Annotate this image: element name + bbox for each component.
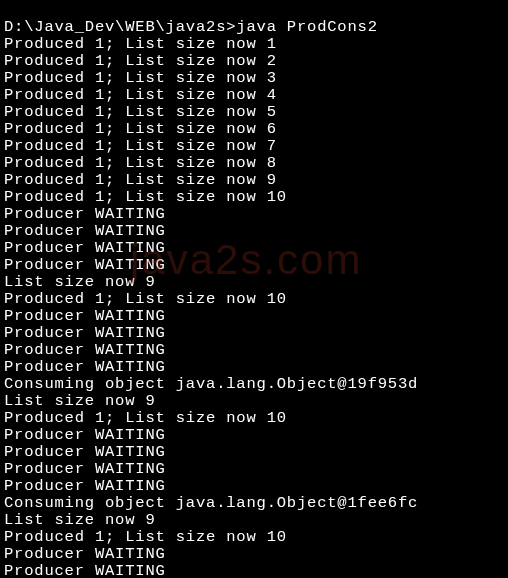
terminal-line: Producer WAITING bbox=[4, 546, 504, 563]
terminal-line: Producer WAITING bbox=[4, 359, 504, 376]
terminal-line: Produced 1; List size now 10 bbox=[4, 529, 504, 546]
terminal-line: List size now 9 bbox=[4, 274, 504, 291]
terminal-line: Producer WAITING bbox=[4, 461, 504, 478]
terminal-line: Produced 1; List size now 1 bbox=[4, 36, 504, 53]
terminal-line: List size now 9 bbox=[4, 512, 504, 529]
terminal-line: Producer WAITING bbox=[4, 342, 504, 359]
terminal-line: Producer WAITING bbox=[4, 563, 504, 578]
terminal-line: Consuming object java.lang.Object@19f953… bbox=[4, 376, 504, 393]
terminal-line: Produced 1; List size now 2 bbox=[4, 53, 504, 70]
terminal-line: Producer WAITING bbox=[4, 325, 504, 342]
terminal-line: Producer WAITING bbox=[4, 257, 504, 274]
terminal-line: Producer WAITING bbox=[4, 308, 504, 325]
terminal-line: Produced 1; List size now 7 bbox=[4, 138, 504, 155]
terminal-line: List size now 9 bbox=[4, 393, 504, 410]
terminal-line: Produced 1; List size now 6 bbox=[4, 121, 504, 138]
terminal-line: Produced 1; List size now 9 bbox=[4, 172, 504, 189]
terminal-output: D:\Java_Dev\WEB\java2s>java ProdCons2Pro… bbox=[0, 0, 508, 578]
terminal-line: Produced 1; List size now 4 bbox=[4, 87, 504, 104]
terminal-line: Consuming object java.lang.Object@1fee6f… bbox=[4, 495, 504, 512]
terminal-line: Producer WAITING bbox=[4, 240, 504, 257]
terminal-line: Produced 1; List size now 8 bbox=[4, 155, 504, 172]
terminal-line: Produced 1; List size now 10 bbox=[4, 291, 504, 308]
terminal-line: Producer WAITING bbox=[4, 206, 504, 223]
terminal-line: Produced 1; List size now 10 bbox=[4, 189, 504, 206]
terminal-line: Producer WAITING bbox=[4, 223, 504, 240]
terminal-line: Producer WAITING bbox=[4, 427, 504, 444]
terminal-line: Produced 1; List size now 5 bbox=[4, 104, 504, 121]
terminal-line: D:\Java_Dev\WEB\java2s>java ProdCons2 bbox=[4, 19, 504, 36]
terminal-line: Producer WAITING bbox=[4, 444, 504, 461]
terminal-line: Producer WAITING bbox=[4, 478, 504, 495]
terminal-line: Produced 1; List size now 10 bbox=[4, 410, 504, 427]
terminal-line: Produced 1; List size now 3 bbox=[4, 70, 504, 87]
